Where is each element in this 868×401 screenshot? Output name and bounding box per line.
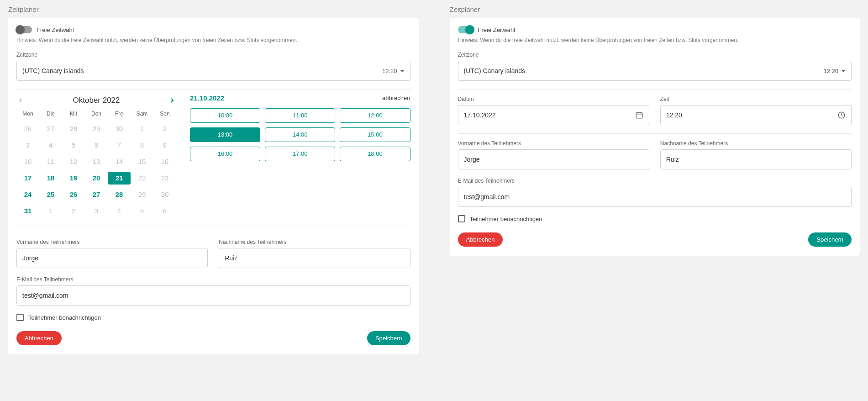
email-input[interactable] — [464, 193, 846, 200]
calendar-day: 4 — [108, 205, 131, 217]
chevron-right-icon[interactable] — [168, 96, 176, 105]
calendar-day[interactable]: 19 — [62, 172, 85, 185]
calendar-day[interactable]: 31 — [16, 205, 39, 217]
calendar-day[interactable]: 20 — [85, 172, 108, 185]
calendar-dow: Die — [39, 111, 62, 119]
firstname-input[interactable] — [464, 156, 643, 163]
email-label: E-Mail des Teilnehmers — [16, 276, 410, 283]
time-slot[interactable]: 14:00 — [265, 127, 335, 142]
timezone-value: (UTC) Canary islands — [22, 67, 84, 74]
calendar-day: 4 — [39, 139, 62, 152]
hint-text: Hinweis: Wenn du die freie Zeitwahl nutz… — [458, 37, 852, 43]
lastname-label: Nachname des Teilnehmers — [219, 239, 410, 245]
timezone-time: 12:20 — [823, 68, 838, 74]
time-slot[interactable]: 12:00 — [340, 108, 410, 123]
calendar-day: 12 — [62, 155, 85, 168]
clock-icon[interactable] — [837, 111, 846, 119]
date-label: Datum — [458, 96, 649, 102]
firstname-label: Vorname des Teilnehmers — [458, 140, 649, 147]
calendar-day: 2 — [153, 122, 176, 135]
notify-checkbox[interactable] — [16, 314, 24, 321]
calendar-day[interactable]: 25 — [39, 188, 62, 201]
time-slots: 21.10.2022 abbrechen 10:0011:0012:0013:0… — [190, 94, 410, 217]
calendar-day: 13 — [85, 155, 108, 168]
calendar-day: 1 — [131, 122, 153, 135]
left-panel: Zeitplaner Freie Zeitwahl Hinweis: Wenn … — [0, 3, 427, 354]
notify-checkbox[interactable] — [458, 215, 465, 222]
calendar-day[interactable]: 24 — [16, 188, 39, 201]
calendar-day: 6 — [153, 205, 176, 217]
panel-title: Zeitplaner — [0, 3, 427, 18]
calendar-day: 9 — [153, 139, 176, 152]
calendar-icon[interactable] — [635, 111, 643, 119]
notify-label: Teilnehmer benachrichtigen — [470, 216, 542, 222]
calendar-day[interactable]: 17 — [16, 172, 39, 185]
hint-text: Hinweis: Wenn du die freie Zeitwahl nutz… — [16, 37, 410, 43]
calendar-day: 26 — [16, 122, 39, 135]
calendar-month-title: Oktober 2022 — [73, 96, 120, 105]
calendar-grid: MonDieMitDonFreSamSon2627282930123456789… — [16, 111, 176, 217]
calendar-day: 30 — [108, 122, 131, 135]
time-label: Zeit — [660, 96, 852, 102]
lastname-input[interactable] — [225, 254, 404, 262]
time-input[interactable] — [666, 111, 846, 119]
time-slot[interactable]: 15:00 — [340, 127, 410, 142]
firstname-label: Vorname des Teilnehmers — [16, 239, 208, 245]
right-panel: Zeitplaner Freie Zeitwahl Hinweis: Wenn … — [442, 3, 868, 354]
firstname-input[interactable] — [22, 254, 202, 262]
divider — [16, 89, 410, 90]
time-slot[interactable]: 13:00 — [190, 127, 260, 142]
date-input[interactable] — [464, 111, 643, 119]
calendar-day[interactable]: 27 — [85, 188, 108, 201]
cancel-button[interactable]: Abbrechen — [16, 331, 62, 345]
calendar-day: 10 — [16, 155, 39, 168]
calendar-day[interactable]: 18 — [39, 172, 62, 185]
email-input[interactable] — [22, 292, 405, 299]
calendar-day: 2 — [62, 205, 85, 217]
time-slot[interactable]: 11:00 — [265, 108, 335, 123]
timezone-select[interactable]: (UTC) Canary islands 12:20 — [16, 61, 410, 81]
time-slot[interactable]: 16:00 — [190, 147, 260, 161]
chevron-left-icon[interactable] — [16, 96, 25, 105]
time-slot[interactable]: 17:00 — [265, 147, 335, 161]
calendar-day: 8 — [131, 139, 153, 152]
cancel-slot-selection[interactable]: abbrechen — [382, 95, 410, 101]
card: Freie Zeitwahl Hinweis: Wenn du die frei… — [8, 18, 419, 354]
panel-title: Zeitplaner — [442, 3, 868, 18]
calendar-day: 6 — [85, 139, 108, 152]
calendar-dow: Fre — [108, 111, 131, 119]
chevron-down-icon — [400, 70, 405, 72]
calendar-day[interactable]: 21 — [108, 172, 131, 185]
calendar-day[interactable]: 28 — [108, 188, 131, 201]
calendar-day: 23 — [153, 172, 176, 185]
card: Freie Zeitwahl Hinweis: Wenn du die frei… — [450, 18, 860, 256]
time-slot[interactable]: 10:00 — [190, 108, 260, 123]
calendar-day: 3 — [16, 139, 39, 152]
save-button[interactable]: Speichern — [367, 331, 410, 345]
timezone-label: Zeitzone — [458, 52, 852, 58]
cancel-button[interactable]: Abbrechen — [458, 232, 503, 247]
timezone-label: Zeitzone — [16, 52, 410, 58]
calendar-day: 29 — [131, 188, 153, 201]
save-button[interactable]: Speichern — [808, 232, 852, 247]
svg-rect-0 — [636, 113, 642, 118]
lastname-input[interactable] — [666, 156, 846, 163]
calendar-dow: Don — [85, 111, 108, 119]
calendar-day: 7 — [108, 139, 131, 152]
time-slot[interactable]: 18:00 — [340, 147, 410, 161]
divider — [458, 89, 852, 90]
calendar-day: 11 — [39, 155, 62, 168]
timezone-select[interactable]: (UTC) Canary islands 12:20 — [458, 61, 852, 81]
notify-label: Teilnehmer benachrichtigen — [28, 314, 101, 321]
calendar-day: 27 — [39, 122, 62, 135]
free-time-toggle[interactable] — [458, 26, 473, 33]
lastname-label: Nachname des Teilnehmers — [660, 140, 852, 147]
calendar-day[interactable]: 26 — [62, 188, 85, 201]
chevron-down-icon — [841, 70, 846, 72]
selected-date: 21.10.2022 — [190, 94, 224, 102]
calendar-day: 1 — [39, 205, 62, 217]
free-time-toggle[interactable] — [16, 26, 32, 33]
calendar-day: 30 — [153, 188, 176, 201]
free-time-toggle-label: Freie Zeitwahl — [478, 26, 516, 33]
calendar-day: 28 — [62, 122, 85, 135]
